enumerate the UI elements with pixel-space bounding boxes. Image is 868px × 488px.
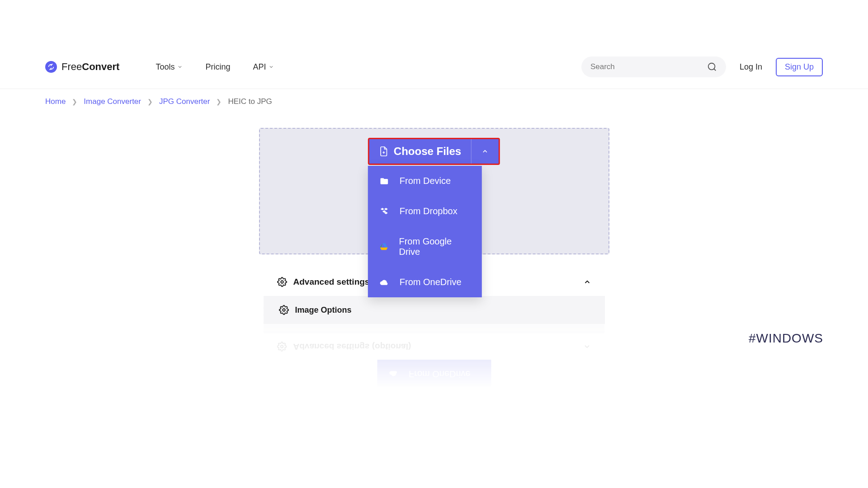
dropdown-from-google-drive[interactable]: From Google Drive: [368, 226, 482, 267]
dropdown-device-label: From Device: [400, 176, 451, 186]
logo-free: Free: [61, 61, 82, 72]
svg-line-1: [714, 69, 716, 70]
image-options-label: Image Options: [295, 305, 352, 315]
nav-api[interactable]: API: [253, 62, 274, 72]
breadcrumb-image-converter[interactable]: Image Converter: [84, 97, 141, 106]
svg-point-3: [283, 309, 285, 311]
logo-convert: Convert: [82, 61, 119, 72]
logo-icon: [45, 61, 57, 73]
breadcrumb: Home ❯ Image Converter ❯ JPG Converter ❯…: [0, 89, 868, 114]
dropdown-google-drive-label: From Google Drive: [399, 236, 470, 257]
chevron-down-icon: [177, 64, 183, 70]
header-right: Log In Sign Up: [581, 56, 823, 77]
image-options-row[interactable]: Image Options: [264, 296, 605, 324]
gear-icon: [277, 277, 287, 287]
hashtag-label: #WINDOWS: [749, 331, 823, 346]
onedrive-icon: [380, 278, 389, 287]
chevron-right-icon: ❯: [72, 98, 77, 105]
chevron-right-icon: ❯: [147, 98, 153, 105]
header-left: FreeConvert Tools Pricing API: [45, 61, 274, 73]
nav: Tools Pricing API: [156, 62, 274, 72]
choose-files-label: Choose Files: [394, 145, 461, 158]
choose-files-wrapper: Choose Files From Device From Dropbox Fr…: [368, 138, 500, 297]
chevron-right-icon: ❯: [216, 98, 222, 105]
choose-files-dropdown-toggle[interactable]: [472, 139, 499, 164]
chevron-up-icon: [481, 148, 489, 155]
nav-api-label: API: [253, 62, 266, 72]
svg-point-0: [708, 63, 715, 70]
login-link[interactable]: Log In: [740, 62, 762, 72]
logo[interactable]: FreeConvert: [45, 61, 119, 73]
breadcrumb-current: HEIC to JPG: [228, 97, 272, 106]
svg-point-2: [281, 281, 283, 283]
search-icon: [707, 62, 717, 72]
dropdown-onedrive-label: From OneDrive: [400, 277, 462, 287]
chevron-up-icon: [583, 278, 591, 286]
source-dropdown-menu: From Device From Dropbox From Google Dri…: [368, 166, 482, 297]
nav-pricing-label: Pricing: [205, 62, 230, 72]
dropdown-from-dropbox[interactable]: From Dropbox: [368, 196, 482, 226]
gear-icon: [279, 305, 289, 315]
search-input[interactable]: [590, 62, 707, 71]
breadcrumb-home[interactable]: Home: [45, 97, 66, 106]
dropdown-from-onedrive[interactable]: From OneDrive: [368, 267, 482, 297]
nav-pricing[interactable]: Pricing: [205, 62, 230, 72]
signup-button[interactable]: Sign Up: [776, 58, 823, 76]
search-box[interactable]: [581, 56, 726, 77]
google-drive-icon: [380, 242, 388, 251]
header: FreeConvert Tools Pricing API Log In Sig…: [0, 0, 868, 89]
svg-point-6: [281, 345, 283, 348]
file-plus-icon: [379, 146, 388, 157]
dropbox-icon: [380, 207, 389, 216]
choose-files-main[interactable]: Choose Files: [369, 139, 472, 164]
dropdown-dropbox-label: From Dropbox: [400, 206, 458, 216]
logo-text: FreeConvert: [61, 61, 119, 73]
choose-files-button[interactable]: Choose Files: [368, 138, 500, 165]
nav-tools[interactable]: Tools: [156, 62, 183, 72]
chevron-down-icon: [269, 64, 274, 70]
nav-tools-label: Tools: [156, 62, 175, 72]
breadcrumb-jpg-converter[interactable]: JPG Converter: [159, 97, 210, 106]
dropdown-from-device[interactable]: From Device: [368, 166, 482, 196]
folder-icon: [380, 177, 389, 186]
